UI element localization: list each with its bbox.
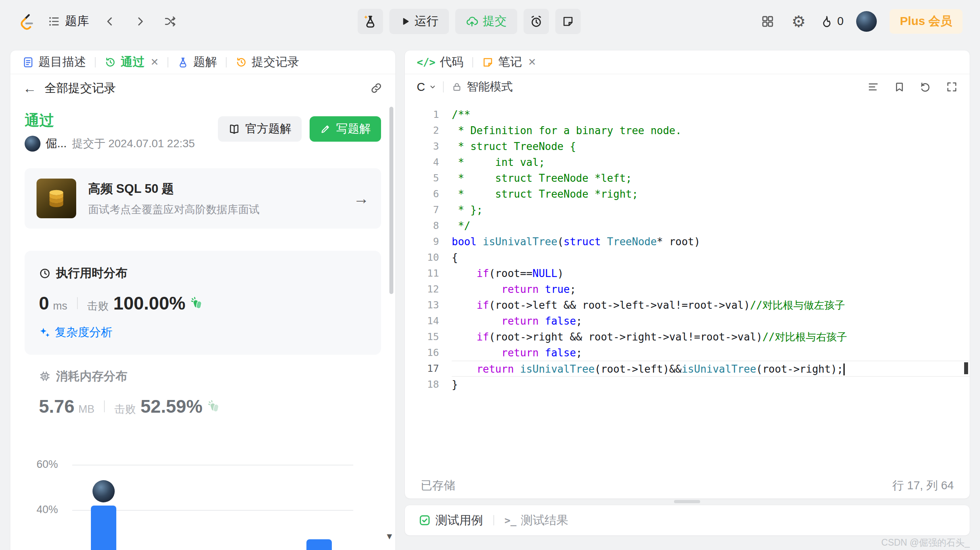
code-text: */ bbox=[452, 218, 970, 234]
close-icon[interactable]: ✕ bbox=[528, 56, 536, 68]
scrollbar-down-arrow[interactable]: ▼ bbox=[385, 531, 394, 542]
lock-icon bbox=[452, 82, 462, 92]
language-label: C bbox=[417, 81, 425, 94]
terminal-icon: >_ bbox=[504, 515, 516, 526]
line-number: 2 bbox=[405, 123, 452, 138]
code-line[interactable]: 12 return true; bbox=[405, 281, 970, 297]
promo-card-sql50[interactable]: 高频 SQL 50 题 面试考点全覆盖应对高阶数据库面试 → bbox=[25, 168, 381, 229]
tab-solutions[interactable]: 题解 bbox=[177, 54, 217, 70]
code-text: * Definition for a binary tree node. bbox=[452, 123, 970, 138]
copy-link-icon[interactable] bbox=[370, 82, 383, 94]
code-editor[interactable]: 1/**2 * Definition for a binary tree nod… bbox=[405, 100, 970, 473]
submit-button[interactable]: 提交 bbox=[455, 9, 517, 34]
clap-icon bbox=[190, 296, 204, 310]
tab-code[interactable]: </> 代码 bbox=[417, 54, 464, 70]
memory-distribution-section[interactable]: 消耗内存分布 5.76 MB 击败 52.59% bbox=[25, 368, 381, 417]
code-line[interactable]: 16 return false; bbox=[405, 345, 970, 361]
official-solution-label: 官方题解 bbox=[245, 121, 291, 137]
code-line[interactable]: 11 if(root==NULL) bbox=[405, 265, 970, 281]
code-text: bool isUnivalTree(struct TreeNode* root) bbox=[452, 234, 970, 250]
code-text: if(root->right && root->right->val!=root… bbox=[452, 329, 970, 345]
tab-label: 题目描述 bbox=[39, 54, 86, 70]
save-status: 已存储 bbox=[421, 478, 455, 494]
code-line[interactable]: 10{ bbox=[405, 250, 970, 265]
beats-label: 击败 bbox=[87, 299, 109, 313]
tab-testcase[interactable]: 测试用例 bbox=[418, 512, 483, 529]
runtime-distribution-card[interactable]: 执行用时分布 0 ms 击败 100.00% bbox=[25, 251, 381, 355]
code-line[interactable]: 1/** bbox=[405, 107, 970, 123]
overview-cursor-mark bbox=[964, 362, 968, 374]
code-line[interactable]: 3 * struct TreeNode { bbox=[405, 138, 970, 154]
fullscreen-icon[interactable] bbox=[946, 81, 958, 93]
submitter-name: 倔... bbox=[46, 136, 67, 152]
layout-grid-icon[interactable] bbox=[759, 12, 777, 31]
notes-button[interactable] bbox=[555, 9, 581, 34]
tab-label: 通过 bbox=[121, 54, 144, 70]
official-solution-button[interactable]: 官方题解 bbox=[218, 116, 302, 142]
tab-submission-result[interactable]: 通过 ✕ bbox=[104, 54, 159, 70]
line-number: 7 bbox=[405, 202, 452, 218]
panel-resize-handle[interactable] bbox=[674, 500, 700, 503]
code-line[interactable]: 15 if(root->right && root->right->val!=r… bbox=[405, 329, 970, 345]
tab-submissions[interactable]: 提交记录 bbox=[235, 54, 299, 70]
code-line[interactable]: 2 * Definition for a binary tree node. bbox=[405, 123, 970, 138]
bookmark-icon[interactable] bbox=[893, 81, 905, 93]
tab-notes[interactable]: 笔记 ✕ bbox=[482, 54, 536, 70]
run-label: 运行 bbox=[415, 13, 439, 29]
code-line[interactable]: 14 return false; bbox=[405, 313, 970, 329]
code-line[interactable]: 5 * struct TreeNode *left; bbox=[405, 170, 970, 186]
cursor-position[interactable]: 行 17, 列 64 bbox=[892, 478, 954, 494]
run-button[interactable]: 运行 bbox=[389, 9, 449, 34]
code-line[interactable]: 13 if(root->left && root->left->val!=roo… bbox=[405, 297, 970, 313]
write-solution-button[interactable]: 写题解 bbox=[310, 116, 381, 142]
code-line[interactable]: 7 * }; bbox=[405, 202, 970, 218]
tab-label: 提交记录 bbox=[252, 54, 299, 70]
complexity-label: 复杂度分析 bbox=[55, 325, 112, 340]
code-line[interactable]: 6 * struct TreeNode *right; bbox=[405, 186, 970, 202]
text-cursor bbox=[843, 363, 845, 375]
debug-button[interactable] bbox=[358, 9, 383, 34]
streak-count: 0 bbox=[837, 15, 843, 28]
code-text: * struct TreeNode { bbox=[452, 138, 970, 154]
tab-label: 笔记 bbox=[498, 54, 522, 70]
leetcode-logo[interactable] bbox=[17, 12, 36, 31]
code-text: return true; bbox=[452, 281, 970, 297]
line-number: 17 bbox=[405, 361, 452, 377]
timer-button[interactable] bbox=[524, 9, 549, 34]
debug-flask-icon bbox=[363, 14, 377, 29]
scrollbar-thumb[interactable] bbox=[389, 107, 393, 294]
arrow-right-icon: → bbox=[353, 190, 369, 208]
tab-separator bbox=[226, 57, 227, 67]
nav-forward-icon[interactable] bbox=[131, 12, 149, 31]
shuffle-icon[interactable] bbox=[161, 12, 179, 31]
distribution-bar[interactable] bbox=[306, 539, 332, 550]
tab-test-result[interactable]: >_ 测试结果 bbox=[504, 512, 568, 529]
distribution-bar[interactable] bbox=[91, 506, 116, 550]
tab-problem-description[interactable]: 题目描述 bbox=[22, 54, 86, 70]
daily-streak[interactable]: 0 bbox=[820, 15, 843, 28]
code-line[interactable]: 9bool isUnivalTree(struct TreeNode* root… bbox=[405, 234, 970, 250]
code-text: return false; bbox=[452, 345, 970, 361]
code-line[interactable]: 18} bbox=[405, 377, 970, 392]
plus-member-button[interactable]: Plus 会员 bbox=[890, 9, 963, 34]
code-line[interactable]: 4 * int val; bbox=[405, 154, 970, 170]
write-solution-label: 写题解 bbox=[336, 121, 371, 137]
back-arrow-icon[interactable]: ← bbox=[23, 81, 37, 96]
reset-code-icon[interactable] bbox=[920, 81, 932, 93]
code-text: * }; bbox=[452, 202, 970, 218]
code-text: return false; bbox=[452, 313, 970, 329]
nav-back-icon[interactable] bbox=[101, 12, 119, 31]
runtime-title: 执行用时分布 bbox=[56, 265, 127, 281]
problem-list-button[interactable]: 题库 bbox=[48, 13, 89, 29]
format-icon[interactable] bbox=[867, 81, 879, 93]
clap-icon bbox=[207, 399, 221, 413]
user-avatar[interactable] bbox=[856, 11, 877, 32]
line-number: 12 bbox=[405, 281, 452, 297]
smart-mode-label[interactable]: 智能模式 bbox=[467, 79, 513, 95]
code-line[interactable]: 8 */ bbox=[405, 218, 970, 234]
complexity-analysis-link[interactable]: 复杂度分析 bbox=[39, 325, 367, 340]
code-line[interactable]: 17 return isUnivalTree(root->left)&&isUn… bbox=[405, 361, 970, 377]
settings-gear-icon[interactable]: ⚙ bbox=[789, 12, 808, 31]
close-icon[interactable]: ✕ bbox=[150, 56, 159, 68]
language-selector[interactable]: C bbox=[417, 81, 437, 94]
